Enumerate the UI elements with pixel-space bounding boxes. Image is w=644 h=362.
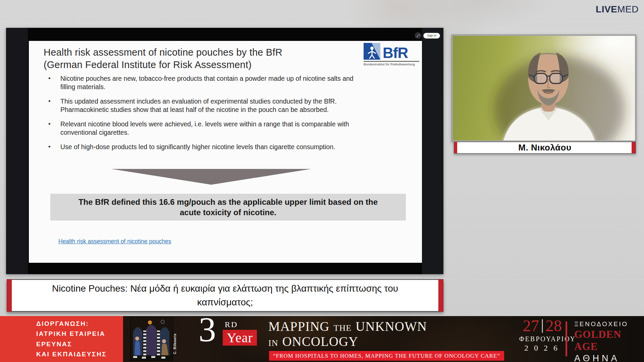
year-ordinal: RD — [225, 320, 238, 329]
event-word-the: THE — [334, 323, 352, 333]
slide-title: Health risk assessment of nicotine pouch… — [44, 46, 339, 71]
highlight-box: The BfR defined this 16.6 mg/pouch as th… — [50, 194, 406, 221]
date-month: ΦΕΒΡΟΥΑΡΙΟΥ — [519, 335, 566, 343]
event-word-unknown: UNKNOWN — [356, 319, 427, 334]
window-right-strip — [422, 28, 443, 274]
date-day1: 27 — [523, 317, 539, 334]
bfr-figure-icon — [364, 43, 380, 60]
expand-icon[interactable]: ⤢ — [415, 32, 421, 39]
bullet-item: Nicotine pouches are new, tobacco-free p… — [46, 74, 368, 91]
bullet-item: Use of high-dose products led to signifi… — [46, 143, 368, 151]
highlight-text: The BfR defined this 16.6 mg/pouch as th… — [73, 197, 383, 218]
event-dates: 27 | 28 ΦΕΒΡΟΥΑΡΙΟΥ 2026 — [519, 317, 566, 353]
livemed-logo: LIVEMED — [596, 4, 639, 15]
event-word-oncology: ONCOLOGY — [282, 334, 358, 349]
bfr-wordmark: BfR — [383, 46, 408, 60]
speaker-video — [452, 35, 636, 141]
sign-in-button[interactable]: Sign in — [423, 33, 440, 39]
bullet-item: This updated assessment includes an eval… — [46, 97, 368, 114]
presentation-window: ⤢ Sign in Health risk assessment of nico… — [6, 28, 443, 274]
event-artwork — [130, 318, 173, 360]
year-number: 3 — [199, 316, 216, 347]
event-title: MAPPING THE UNKNOWN IN ONCOLOGY — [268, 319, 427, 349]
slide-title-line2: (German Federal Institute for Risk Asses… — [44, 59, 339, 71]
year-word-badge: Year — [223, 330, 257, 346]
bfr-sail-shape — [372, 43, 380, 60]
banner-right-cap — [438, 279, 443, 312]
artwork-credit: C. Bilkouris — [173, 334, 177, 354]
venue-block: ΞΕΝΟΔΟΧΕΙΟ GOLDEN AGE ΑΘΗΝΑ — [574, 320, 644, 362]
year-block: 3 RD Year — [199, 316, 259, 362]
date-year: 2026 — [519, 344, 566, 353]
date-separator: | — [539, 318, 546, 333]
bullet-list: Nicotine pouches are new, tobacco-free p… — [46, 74, 375, 158]
footer-divider — [566, 321, 567, 356]
bfr-logo: BfR Bundesinstitut für Risikobewertung — [364, 43, 419, 66]
banner-left-cap — [7, 279, 12, 312]
viewer-controls: ⤢ Sign in — [415, 32, 440, 39]
event-word-mapping: MAPPING — [268, 319, 330, 334]
date-day2: 28 — [545, 317, 562, 334]
name-bar-left-cap — [454, 142, 457, 153]
organizer-line2: ΚΑΙ ΕΚΠΑΙΔΕΥΣΗΣ — [36, 349, 123, 359]
bfr-logo-row: BfR — [364, 43, 419, 61]
window-left-strip — [6, 28, 28, 274]
livemed-logo-live: LIVE — [596, 4, 617, 14]
slide-title-line1: Health risk assessment of nicotine pouch… — [44, 46, 339, 59]
session-title-banner: Nicotine Pouches: Νέα μόδα ή ευκαιρία γι… — [7, 279, 443, 312]
down-triangle-icon — [111, 169, 311, 185]
event-word-in: IN — [268, 338, 278, 348]
organizer-line1: ΙΑΤΡΙΚΗ ΕΤΑΙΡΕΙΑ ΕΡΕΥΝΑΣ — [36, 329, 123, 349]
livemed-logo-med: MED — [617, 4, 639, 14]
bfr-subtitle: Bundesinstitut für Risikobewertung — [364, 62, 419, 66]
event-tagline: “FROM HOSPITALS TO HOMES, MAPPING THE FU… — [269, 351, 504, 361]
venue-name: GOLDEN AGE — [574, 328, 644, 353]
venue-city: ΑΘΗΝΑ — [574, 353, 644, 362]
speaker-avatar — [453, 36, 636, 141]
speaker-name-bar: Μ. Νικολάου — [454, 142, 636, 154]
organizer-block: ΔΙΟΡΓΑΝΩΣΗ: ΙΑΤΡΙΚΗ ΕΤΑΙΡΕΙΑ ΕΡΕΥΝΑΣ ΚΑΙ… — [0, 316, 123, 362]
source-link[interactable]: Health risk assessment of nicotine pouch… — [58, 238, 171, 245]
speaker-name: Μ. Νικολάου — [518, 142, 571, 153]
name-bar-right-cap — [632, 142, 636, 153]
session-title: Nicotine Pouches: Νέα μόδα ή ευκαιρία γι… — [36, 282, 415, 309]
venue-label: ΞΕΝΟΔΟΧΕΙΟ — [574, 320, 644, 328]
bullet-item: Relevant nicotine blood levels were achi… — [46, 120, 368, 136]
slide: Health risk assessment of nicotine pouch… — [29, 41, 422, 263]
organizer-label: ΔΙΟΡΓΑΝΩΣΗ: — [36, 319, 123, 329]
event-footer: ΔΙΟΡΓΑΝΩΣΗ: ΙΑΤΡΙΚΗ ΕΤΑΙΡΕΙΑ ΕΡΕΥΝΑΣ ΚΑΙ… — [0, 316, 644, 362]
